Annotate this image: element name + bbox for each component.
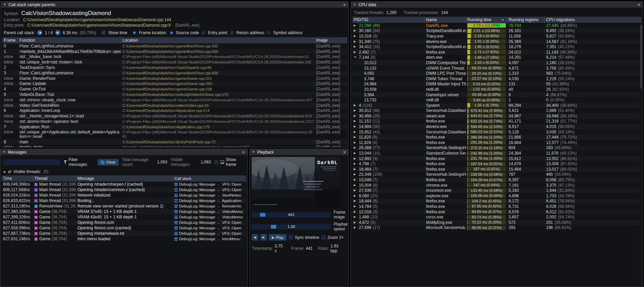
- message-row[interactable]: 606,049,398nsMain thread (31,596)Opening…: [2, 182, 246, 187]
- cpu-row[interactable]: ▼7,144(8)dwm.exe1.66 s (7.18%)14,2918,21…: [352, 55, 641, 60]
- radio-return-address[interactable]: [230, 31, 234, 35]
- cpu-row[interactable]: 4,092DWM LPC Port Thread29.16 ms (0.13%)…: [352, 71, 641, 76]
- zoom-2x-checkbox[interactable]: [321, 235, 326, 240]
- step-forward-button[interactable]: ▶: [260, 234, 267, 241]
- expand-icon[interactable]: ▶: [354, 211, 357, 213]
- callstack-icon[interactable]: [174, 227, 178, 230]
- message-row[interactable]: 627,667,736nsGame (36,704)Opening /meta/…: [2, 231, 246, 236]
- cpu-row[interactable]: 20,508ntdll.dll1.01 ms (0.00%)4025(62.50…: [352, 87, 641, 92]
- expand-icon[interactable]: ▶: [354, 173, 357, 176]
- cpu-row[interactable]: 24,964DWM Master Input Thread5.03 ms (0.…: [352, 82, 641, 87]
- collapse-icon[interactable]: ▼: [354, 56, 357, 59]
- callstack-row[interactable]: inlinestd::chrono::steady_clock::nowC:\P…: [2, 97, 347, 103]
- column-header-pid-tid[interactable]: PID/TID: [352, 17, 425, 23]
- message-row[interactable]: 627,411,606nsGame (36,704)Opening /fores…: [2, 220, 246, 225]
- message-row[interactable]: 626,833,622nsMain thread (31,596)Booting…: [2, 198, 246, 203]
- callstack-row[interactable]: inlineGame::UpdateC:\Users\wolf\Desktop\…: [2, 81, 347, 87]
- callstack-row[interactable]: 1<lambda_84a19dc444fae966ca174e83e708bdc…: [2, 49, 347, 54]
- titlebar-playback[interactable]: ▼ Playback ×: [250, 149, 348, 155]
- callstack-row[interactable]: inlineVideo::GetTicksHiResC:\Users\wolf\…: [2, 103, 347, 108]
- cpu-row[interactable]: ▶11,828(6)firefox.exe291.26 ms (1.26%)16…: [352, 140, 641, 145]
- titlebar-callstack[interactable]: ▼ Call stack sample parents ×: [1, 2, 348, 8]
- cpu-row[interactable]: ▶4,872(9)MsMpEng.exe70.22 ms (0.30%)5732…: [352, 220, 641, 225]
- column-header-thread[interactable]: Thread: [33, 175, 76, 182]
- callstack-icon[interactable]: [174, 216, 178, 219]
- collapse-icon[interactable]: ▼: [252, 151, 255, 154]
- expand-icon[interactable]: ▶: [354, 136, 357, 139]
- expand-icon[interactable]: ▶: [354, 45, 357, 48]
- expand-icon[interactable]: ▶: [354, 146, 357, 149]
- message-row[interactable]: 627,831,246nsGame (36,704)Intro menu loa…: [2, 236, 246, 242]
- cpu-row[interactable]: 13,732ntdll.dll5.84 us (0.00%)10(0.00%): [352, 97, 641, 103]
- column-header-frame[interactable]: Frame: [2, 37, 18, 43]
- callstack-icon[interactable]: [174, 188, 178, 191]
- callstack-row[interactable]: 4Game::OnTickC:\Users\wolf\Desktop\darkr…: [2, 86, 347, 92]
- callstack-row[interactable]: 0Floor::CalcLightNoLuminanceC:\Users\wol…: [2, 43, 347, 49]
- expand-icon[interactable]: ▶: [354, 216, 357, 218]
- titlebar-messages[interactable]: ▼ Messages ×: [0, 149, 247, 155]
- callstack-row[interactable]: inlinestd::unique_lock<std::mutex>::lock…: [2, 59, 347, 65]
- callstack-row[interactable]: inlineGame::RenderFloorC:\Users\wolf\Des…: [2, 76, 347, 81]
- expand-icon[interactable]: ▶: [354, 115, 357, 117]
- callstack-row[interactable]: 3Floor::CalcLightNoLuminanceC:\Users\wol…: [2, 70, 347, 76]
- expand-icon[interactable]: ▶: [354, 51, 357, 54]
- expand-icon[interactable]: ▶: [354, 205, 357, 208]
- expand-icon[interactable]: ▶: [354, 40, 357, 43]
- expand-icon[interactable]: ▶: [354, 184, 357, 187]
- cpu-row[interactable]: ▶11,820(9)firefox.exe346.58 ms (1.50%)21…: [352, 134, 641, 140]
- expand-icon[interactable]: ▶: [354, 200, 357, 202]
- callstack-icon[interactable]: [174, 194, 178, 197]
- expand-icon[interactable]: ▶: [354, 178, 357, 181]
- cpu-row[interactable]: 3,748DWM Token Thread23.37 ms (0.10%)4,0…: [352, 76, 641, 82]
- expand-icon[interactable]: ▶: [354, 24, 357, 27]
- expand-icon[interactable]: ▶: [354, 162, 357, 165]
- cpu-row[interactable]: 13,132uDWM Event Thread68.29 ms (0.30%)4…: [352, 66, 641, 71]
- cpu-row[interactable]: ▶14,784(5)firefox.exe97.95 ms (0.42%)6,7…: [352, 204, 641, 209]
- sync-timeline-checkbox[interactable]: [289, 235, 293, 240]
- collapse-icon[interactable]: ▼: [353, 3, 356, 6]
- show-frame-checkbox[interactable]: [214, 160, 219, 164]
- cpu-row[interactable]: ▶10,316(9)Tracy.exe2.18 s (9.45%)11,0585…: [352, 33, 641, 39]
- callstack-icon[interactable]: [174, 232, 178, 235]
- cpu-row[interactable]: ▶13,044(10)StandardCollector.Service242.…: [352, 150, 641, 156]
- titlebar-cpu-data[interactable]: ▼ CPU data ×: [351, 2, 643, 8]
- expand-icon[interactable]: ▶: [354, 189, 357, 192]
- cpu-row[interactable]: ▶18,444(6)firefox.exe104.2 ms (0.45%)8,1…: [352, 199, 641, 204]
- callstack-row[interactable]: 8mainC:\Users\wolf\Desktop\darkrl\src\En…: [2, 139, 347, 145]
- callstack-row[interactable]: 2TaskDispatch::SyncC:\Users\wolf\Desktop…: [2, 65, 347, 70]
- callstack-row[interactable]: inlineinvoke_maind:\agent\_work\63\s\src…: [2, 145, 347, 147]
- message-row[interactable]: 627,558,996nsGame (36,704)Opening /fores…: [2, 225, 246, 231]
- callstack-row[interactable]: 6Application::InnerLoopC:\Users\wolf\Des…: [2, 108, 347, 114]
- prev-parent-button[interactable]: ◀: [37, 30, 42, 35]
- expand-icon[interactable]: ▶: [354, 195, 357, 197]
- expand-icon[interactable]: ▶: [354, 109, 357, 112]
- cpu-row[interactable]: ▶11,152(12)firefox.exe632.15 ms (2.74%)4…: [352, 119, 641, 124]
- cpu-row[interactable]: ▶4,768(7)firefox.exe187.54 ms (0.81%)14,…: [352, 161, 641, 167]
- column-header-time[interactable]: Time: [2, 175, 33, 182]
- cpu-row[interactable]: ▶13,048(7)firefox.exe154.28 ms (0.67%)9,…: [352, 177, 641, 183]
- radio-entry-point[interactable]: [201, 31, 205, 35]
- play-button[interactable]: ▶ Play: [269, 234, 287, 241]
- show-time-checkbox[interactable]: ✓: [101, 30, 106, 35]
- close-icon[interactable]: ×: [638, 2, 640, 7]
- callstack-icon[interactable]: [174, 210, 178, 213]
- collapse-icon[interactable]: ▼: [3, 151, 5, 154]
- cpu-row[interactable]: ▶35,812(88)ServiceHub.DataWarehouse670.4…: [352, 108, 641, 114]
- close-icon[interactable]: ×: [242, 150, 245, 155]
- scrollbar-thumb[interactable]: [640, 25, 642, 89]
- column-header-cpu-migrations[interactable]: CPU migrations: [545, 17, 641, 23]
- cpu-row[interactable]: ▶2,492(7)firefox.exe1.71 s (7.42%)24,022…: [352, 49, 641, 55]
- cpu-row[interactable]: ▶12,016(3)firefox.exe84.89 ms (0.37%)6,5…: [352, 209, 641, 215]
- column-header-message[interactable]: Message: [76, 175, 173, 182]
- visible-threads-label[interactable]: Visible threads:: [13, 169, 41, 174]
- expand-threads-icon[interactable]: ▶: [4, 170, 6, 173]
- cpu-row[interactable]: ▶15,652(43)ServiceHub.DataWarehouse580.2…: [352, 129, 641, 135]
- expand-icon[interactable]: ▶: [354, 221, 357, 224]
- step-back-button[interactable]: ◀: [252, 234, 258, 241]
- filter-messages-label[interactable]: Filter messages: [69, 157, 94, 167]
- column-header-running-time[interactable]: Running time ▼: [466, 17, 507, 23]
- cpu-row[interactable]: ▶22,396(49)DarkRL.exe2.79 s (12.06%)78,7…: [352, 23, 641, 28]
- frame-image-slider[interactable]: 441: [252, 212, 331, 217]
- cpu-row[interactable]: ▶1,488(10)csrss.exe83.74 ms (0.36%)3,657…: [352, 214, 641, 220]
- close-icon[interactable]: ×: [343, 2, 346, 7]
